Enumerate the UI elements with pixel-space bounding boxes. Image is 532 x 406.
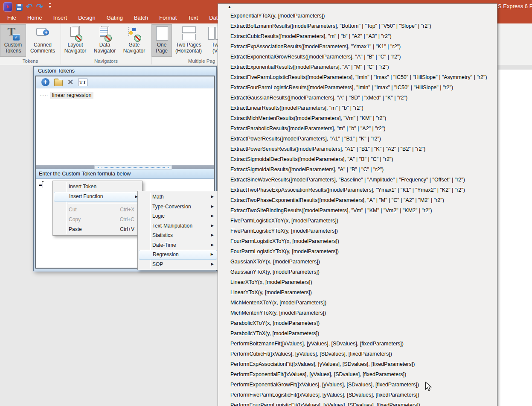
function-menu-item[interactable]: PerformCubicFit([xValues], [yValues], [S… [219,349,496,359]
function-menu-item[interactable]: ExtractExponentialResults([modelParamete… [219,62,496,72]
function-menu-item[interactable]: GaussianYToX(y, [modelParameters]) [219,267,496,277]
ribbon-tab[interactable]: Gating [101,12,128,23]
function-menu-item[interactable]: ExtractMichMentenResults([modelParameter… [219,113,496,123]
ribbon-button[interactable]: Layout Navigator [61,24,90,57]
quick-access-icon[interactable] [26,2,33,12]
function-signature: ExtractSineWaveResults([modelParameters]… [230,177,465,183]
function-menu-item[interactable]: ExtractExpAssociationResults([modelParam… [219,41,496,52]
function-menu-item[interactable]: MichMentenYToX(y, [modelParameters]) [219,308,496,318]
function-signature: ExtractParabolicResults([modelParameters… [230,126,385,131]
function-menu-item[interactable]: ExtractFiveParmLogisticResults([modelPar… [219,72,496,82]
quick-access-icon[interactable] [3,2,12,12]
quick-access-icon[interactable] [47,3,51,11]
ribbon-button[interactable]: Gate Navigator [119,24,149,57]
function-signature: ExponentialYToX(y, [modelParameters]) [230,13,325,19]
dialog-title[interactable]: Custom Tokens [34,67,216,76]
regression-function-menu: ▲ ExponentialYToX(y, [modelParameters]) … [218,3,497,406]
function-signature: FourParmLogisticYToX(y, [modelParameters… [230,248,339,254]
function-menu-item[interactable]: ExtractPowerSeriesResults([modelParamete… [219,144,496,154]
function-menu-item[interactable]: ExtractSigmoidalDecResults([modelParamet… [219,154,496,164]
function-menu-item[interactable]: MichMentenXToY(x, [modelParameters]) [219,298,496,308]
function-menu-item[interactable]: PerformFourParmLogisticFit([xValues], [y… [219,400,496,406]
function-menu-item[interactable]: PerformExpAssociationFit([xValues], [yVa… [219,359,496,369]
function-menu-item[interactable]: FourParmLogisticYToX(y, [modelParameters… [219,246,496,257]
ribbon-button[interactable]: One Page [151,24,172,57]
function-menu-item[interactable]: ParabolicXToY(x, [modelParameters]) [219,318,496,328]
function-menu-item[interactable]: PerformExponentialFit([xValues], [yValue… [219,369,496,380]
function-menu-item[interactable]: ExtractTwoSiteBindingResults([modelParam… [219,205,496,216]
function-menu-item[interactable]: FiveParmLogisticYToX(y, [modelParameters… [219,226,496,236]
function-signature: ExtractCubicResults([modelParameters], "… [230,33,392,39]
function-category-item[interactable]: Statistics ▶ [139,231,217,240]
ribbon-button[interactable]: Two Pages (Horizontal) [172,24,205,57]
submenu-arrow-icon: ▶ [211,240,214,250]
function-category-item[interactable]: Math ▶ [139,192,217,202]
context-menu-item[interactable]: Paste Ctrl+V ▶ [54,225,141,234]
context-menu-item[interactable]: ▶ [68,203,140,204]
function-menu-item[interactable]: PerformBoltzmannFit([xValues], [yValues]… [219,339,496,349]
token-tree-item[interactable]: ····· linear regression [36,91,214,99]
formula-header: Enter the Custom Token formula below [36,169,214,179]
ribbon-tab[interactable]: Insert [48,12,73,23]
ribbon-tab[interactable]: Home [22,12,48,23]
quick-access-icon[interactable] [36,2,43,12]
function-menu-item[interactable]: LinearXToY(x, [modelParameters]) [219,277,496,287]
context-menu-item[interactable]: Copy Ctrl+C ▶ [54,215,141,225]
ribbon-button[interactable]: Data Navigator [90,24,119,57]
function-category-item[interactable]: Date-Time ▶ [139,240,217,250]
function-menu-item[interactable]: ExtractTwoPhaseExpAssociationResults([mo… [219,185,496,195]
function-menu-item[interactable]: ExponentialYToX(y, [modelParameters]) [219,11,496,21]
quick-access-icon[interactable] [16,4,23,11]
scroll-up-icon[interactable]: ▲ [224,5,235,10]
function-menu-item[interactable]: ExtractCubicResults([modelParameters], "… [219,31,496,41]
dialog-toolbar-icon[interactable] [41,78,49,86]
splitter-handle[interactable]: ▲ ▲ [94,165,172,169]
ribbon-button[interactable]: Canned Comments [26,24,59,57]
function-menu-item[interactable]: ExtractGaussianResults([modelParameters]… [219,93,496,103]
function-menu-item[interactable]: ParabolicYToX(y, [modelParameters]) [219,328,496,339]
function-menu-item[interactable]: ExtractFourParmLogisticResults([modelPar… [219,82,496,93]
function-menu-item[interactable]: ExtractParabolicResults([modelParameters… [219,123,496,134]
function-signature: MichMentenXToY(x, [modelParameters]) [230,300,326,306]
menu-item-shortcut: Ctrl+C [120,215,134,225]
function-menu-item[interactable]: PerformFiveParmLogisticFit([xValues], [y… [219,390,496,400]
menu-item-label: Logic [152,213,165,219]
ribbon-tab[interactable]: File [2,12,22,23]
menu-item-label: SOP [152,261,163,267]
function-signature: ExtractTwoPhaseExponentialResults([model… [230,197,444,203]
ribbon-tab[interactable]: Batch [128,12,154,23]
function-menu-item[interactable]: ExtractLinearResults([modelParameters], … [219,103,496,113]
function-signature: ParabolicYToX(y, [modelParameters]) [230,330,319,336]
function-menu-item[interactable]: GaussianXToY(x, [modelParameters]) [219,257,496,267]
function-menu-item[interactable]: ExtractBoltzmannResults([modelParameters… [219,21,496,31]
function-menu-item[interactable]: FourParmLogisticXToY(x, [modelParameters… [219,236,496,246]
function-menu-item[interactable]: PerformExponentialGrowFit([xValues], [yV… [219,380,496,390]
dialog-toolbar-icon[interactable] [78,79,87,86]
function-category-item[interactable]: Regression ▶ [139,250,217,260]
function-category-item[interactable]: SOP ▶ [139,260,217,269]
ribbon-button-icon [68,26,83,41]
function-menu-item[interactable]: LinearYToX(y, [modelParameters]) [219,287,496,298]
dialog-toolbar-icon[interactable] [67,78,73,86]
function-menu-item[interactable]: ExtractPowerResults([modelParameters], "… [219,134,496,144]
function-category-item[interactable]: Logic ▶ [139,211,217,221]
splitter[interactable]: ▲ ▲ [36,165,214,169]
function-category-item[interactable]: Text-Manipulation ▶ [139,221,217,231]
function-category-item[interactable]: Type-Conversion ▶ [139,202,217,212]
function-menu-item[interactable]: FiveParmLogisticXToY(x, [modelParameters… [219,216,496,226]
ribbon-tab[interactable]: Format [154,12,182,23]
context-menu-item[interactable]: Cut Ctrl+X ▶ [54,205,141,215]
function-menu-item[interactable]: ExtractExponentialGrowResults([modelPara… [219,52,496,62]
function-menu-item[interactable]: ExtractSigmoidalResults([modelParameters… [219,164,496,175]
dialog-toolbar-icon[interactable] [54,80,63,86]
ribbon-tab[interactable]: Design [73,12,101,23]
function-list: ExponentialYToX(y, [modelParameters]) Ex… [218,11,497,406]
quick-access-toolbar [3,2,51,12]
function-signature: ExtractExpAssociationResults([modelParam… [230,44,401,50]
context-menu-item[interactable]: Insert Function ▶ [54,192,141,202]
ribbon-button[interactable]: Custom Tokens [0,24,26,57]
context-menu-item[interactable]: Insert Token ▶ [54,182,141,192]
ribbon-tab[interactable]: Text [182,12,203,23]
function-menu-item[interactable]: ExtractSineWaveResults([modelParameters]… [219,175,496,185]
function-menu-item[interactable]: ExtractTwoPhaseExponentialResults([model… [219,195,496,205]
